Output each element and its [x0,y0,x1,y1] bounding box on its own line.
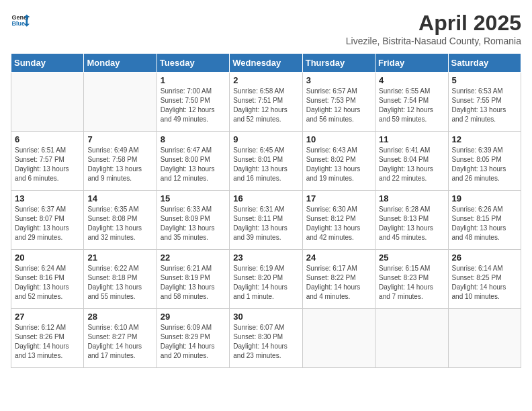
day-info: Sunrise: 6:39 AM Sunset: 8:05 PM Dayligh… [452,146,517,183]
day-info: Sunrise: 6:41 AM Sunset: 8:04 PM Dayligh… [379,146,444,183]
day-number: 1 [161,75,226,85]
day-info: Sunrise: 6:58 AM Sunset: 7:51 PM Dayligh… [233,87,298,124]
day-number: 5 [452,75,517,85]
day-number: 11 [379,134,444,144]
table-row: 23Sunrise: 6:19 AM Sunset: 8:20 PM Dayli… [230,250,302,309]
table-row: 8Sunrise: 6:47 AM Sunset: 8:00 PM Daylig… [157,132,229,191]
day-info: Sunrise: 6:17 AM Sunset: 8:22 PM Dayligh… [306,264,371,302]
day-number: 9 [233,134,298,144]
day-number: 26 [452,253,517,263]
table-row: 12Sunrise: 6:39 AM Sunset: 8:05 PM Dayli… [448,132,521,191]
table-row [448,309,521,368]
day-info: Sunrise: 6:14 AM Sunset: 8:25 PM Dayligh… [452,264,517,302]
col-saturday: Saturday [448,54,521,73]
table-row: 22Sunrise: 6:21 AM Sunset: 8:19 PM Dayli… [157,250,229,309]
col-friday: Friday [375,54,448,73]
day-info: Sunrise: 6:10 AM Sunset: 8:27 PM Dayligh… [87,323,152,361]
table-row: 7Sunrise: 6:49 AM Sunset: 7:58 PM Daylig… [84,132,157,191]
calendar-week-row: 13Sunrise: 6:37 AM Sunset: 8:07 PM Dayli… [11,191,521,250]
table-row: 5Sunrise: 6:53 AM Sunset: 7:55 PM Daylig… [448,73,521,132]
day-number: 21 [87,253,152,263]
day-number: 3 [306,75,371,85]
day-info: Sunrise: 6:26 AM Sunset: 8:15 PM Dayligh… [452,205,517,242]
table-row: 19Sunrise: 6:26 AM Sunset: 8:15 PM Dayli… [448,191,521,250]
day-number: 2 [233,75,298,85]
day-number: 8 [161,134,226,144]
day-info: Sunrise: 6:37 AM Sunset: 8:07 PM Dayligh… [15,205,80,242]
day-info: Sunrise: 7:00 AM Sunset: 7:50 PM Dayligh… [161,87,226,124]
table-row [375,309,448,368]
day-number: 16 [233,193,298,203]
day-number: 4 [379,75,444,85]
day-number: 17 [306,193,371,203]
calendar-week-row: 6Sunrise: 6:51 AM Sunset: 7:57 PM Daylig… [11,132,521,191]
table-row: 1Sunrise: 7:00 AM Sunset: 7:50 PM Daylig… [157,73,229,132]
day-number: 19 [452,193,517,203]
col-wednesday: Wednesday [230,54,302,73]
day-info: Sunrise: 6:55 AM Sunset: 7:54 PM Dayligh… [379,87,444,124]
table-row: 28Sunrise: 6:10 AM Sunset: 8:27 PM Dayli… [84,309,157,368]
col-monday: Monday [84,54,157,73]
day-number: 20 [15,253,80,263]
day-info: Sunrise: 6:24 AM Sunset: 8:16 PM Dayligh… [15,264,80,302]
table-row: 16Sunrise: 6:31 AM Sunset: 8:11 PM Dayli… [230,191,302,250]
day-info: Sunrise: 6:57 AM Sunset: 7:53 PM Dayligh… [306,87,371,124]
table-row: 4Sunrise: 6:55 AM Sunset: 7:54 PM Daylig… [375,73,448,132]
col-sunday: Sunday [11,54,84,73]
day-number: 30 [233,312,298,322]
table-row: 3Sunrise: 6:57 AM Sunset: 7:53 PM Daylig… [302,73,375,132]
table-row: 24Sunrise: 6:17 AM Sunset: 8:22 PM Dayli… [302,250,375,309]
day-number: 7 [87,134,152,144]
day-number: 27 [15,312,80,322]
page-header: General Blue April 2025 Livezile, Bistri… [11,11,521,46]
table-row: 11Sunrise: 6:41 AM Sunset: 8:04 PM Dayli… [375,132,448,191]
table-row: 14Sunrise: 6:35 AM Sunset: 8:08 PM Dayli… [84,191,157,250]
day-number: 10 [306,134,371,144]
day-number: 12 [452,134,517,144]
day-info: Sunrise: 6:12 AM Sunset: 8:26 PM Dayligh… [15,323,80,361]
calendar-header-row: Sunday Monday Tuesday Wednesday Thursday… [11,54,521,73]
day-number: 22 [161,253,226,263]
day-info: Sunrise: 6:07 AM Sunset: 8:30 PM Dayligh… [233,323,298,361]
table-row: 17Sunrise: 6:30 AM Sunset: 8:12 PM Dayli… [302,191,375,250]
col-tuesday: Tuesday [157,54,229,73]
title-area: April 2025 Livezile, Bistrita-Nasaud Cou… [346,11,521,46]
day-info: Sunrise: 6:33 AM Sunset: 8:09 PM Dayligh… [161,205,226,242]
day-info: Sunrise: 6:28 AM Sunset: 8:13 PM Dayligh… [379,205,444,242]
day-number: 13 [15,193,80,203]
table-row: 26Sunrise: 6:14 AM Sunset: 8:25 PM Dayli… [448,250,521,309]
calendar-week-row: 20Sunrise: 6:24 AM Sunset: 8:16 PM Dayli… [11,250,521,309]
day-info: Sunrise: 6:43 AM Sunset: 8:02 PM Dayligh… [306,146,371,183]
table-row: 6Sunrise: 6:51 AM Sunset: 7:57 PM Daylig… [11,132,84,191]
table-row: 15Sunrise: 6:33 AM Sunset: 8:09 PM Dayli… [157,191,229,250]
day-number: 14 [87,193,152,203]
table-row: 27Sunrise: 6:12 AM Sunset: 8:26 PM Dayli… [11,309,84,368]
col-thursday: Thursday [302,54,375,73]
day-info: Sunrise: 6:49 AM Sunset: 7:58 PM Dayligh… [87,146,152,183]
table-row: 2Sunrise: 6:58 AM Sunset: 7:51 PM Daylig… [230,73,302,132]
table-row: 13Sunrise: 6:37 AM Sunset: 8:07 PM Dayli… [11,191,84,250]
day-number: 23 [233,253,298,263]
day-number: 18 [379,193,444,203]
day-info: Sunrise: 6:09 AM Sunset: 8:29 PM Dayligh… [161,323,226,361]
day-info: Sunrise: 6:47 AM Sunset: 8:00 PM Dayligh… [161,146,226,183]
table-row: 25Sunrise: 6:15 AM Sunset: 8:23 PM Dayli… [375,250,448,309]
svg-text:Blue: Blue [11,20,25,27]
table-row: 30Sunrise: 6:07 AM Sunset: 8:30 PM Dayli… [230,309,302,368]
logo: General Blue [11,11,30,30]
day-number: 6 [15,134,80,144]
day-info: Sunrise: 6:53 AM Sunset: 7:55 PM Dayligh… [452,87,517,124]
day-info: Sunrise: 6:15 AM Sunset: 8:23 PM Dayligh… [379,264,444,302]
table-row [11,73,84,132]
table-row: 10Sunrise: 6:43 AM Sunset: 8:02 PM Dayli… [302,132,375,191]
table-row [302,309,375,368]
day-info: Sunrise: 6:45 AM Sunset: 8:01 PM Dayligh… [233,146,298,183]
table-row: 18Sunrise: 6:28 AM Sunset: 8:13 PM Dayli… [375,191,448,250]
day-info: Sunrise: 6:19 AM Sunset: 8:20 PM Dayligh… [233,264,298,302]
day-info: Sunrise: 6:35 AM Sunset: 8:08 PM Dayligh… [87,205,152,242]
day-number: 15 [161,193,226,203]
day-number: 24 [306,253,371,263]
table-row: 21Sunrise: 6:22 AM Sunset: 8:18 PM Dayli… [84,250,157,309]
table-row: 20Sunrise: 6:24 AM Sunset: 8:16 PM Dayli… [11,250,84,309]
day-number: 25 [379,253,444,263]
